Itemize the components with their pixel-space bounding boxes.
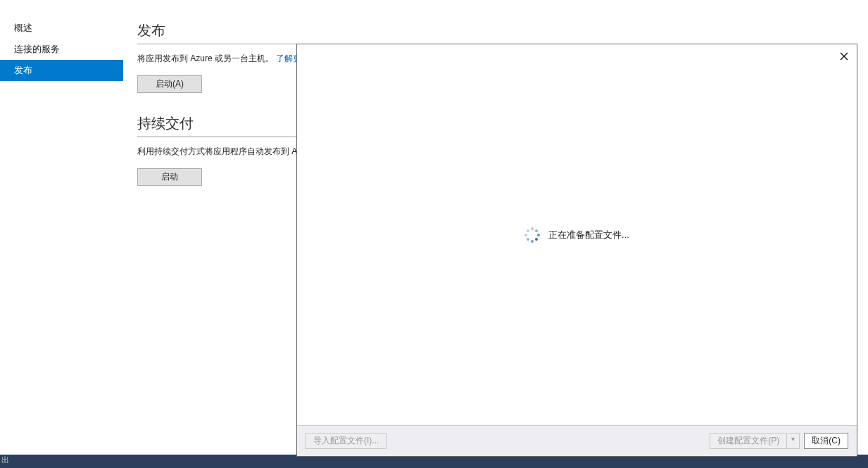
section-publish-title: 发布 (137, 21, 840, 40)
publish-profile-modal: 正在准备配置文件... 导入配置文件(I)... 创建配置文件(P) ▾ 取消(… (296, 44, 857, 457)
cancel-button[interactable]: 取消(C) (804, 433, 848, 449)
close-icon[interactable] (840, 51, 848, 63)
publish-launch-button[interactable]: 启动(A) (137, 75, 202, 93)
status-bar-text: 出 (1, 455, 9, 464)
loading-spinner-icon (524, 227, 540, 243)
create-profile-split-button[interactable]: 创建配置文件(P) ▾ (710, 433, 800, 449)
sidebar-item-connected-services[interactable]: 连接的服务 (0, 39, 123, 60)
cd-launch-button[interactable]: 启动 (137, 168, 202, 186)
modal-footer: 导入配置文件(I)... 创建配置文件(P) ▾ 取消(C) (297, 425, 857, 456)
modal-body: 正在准备配置文件... (297, 44, 857, 425)
publish-desc-text: 将应用发布到 Azure 或另一台主机。 (137, 53, 274, 63)
sidebar: 概述 连接的服务 发布 (0, 0, 123, 468)
sidebar-item-overview[interactable]: 概述 (0, 18, 123, 39)
create-profile-button-label: 创建配置文件(P) (710, 433, 786, 449)
sidebar-item-publish[interactable]: 发布 (0, 60, 123, 81)
chevron-down-icon[interactable]: ▾ (786, 433, 800, 449)
import-profile-button[interactable]: 导入配置文件(I)... (306, 433, 386, 449)
loading-text: 正在准备配置文件... (548, 229, 629, 241)
